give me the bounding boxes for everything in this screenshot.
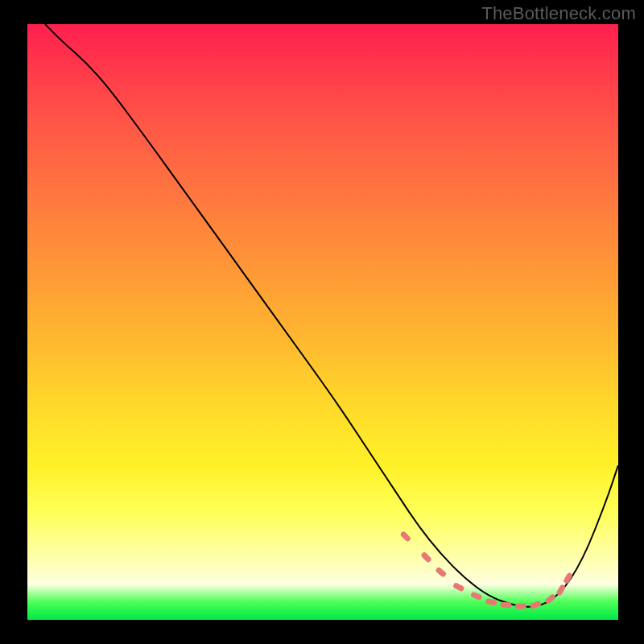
marker-dot [515, 603, 527, 609]
optimal-zone-markers [399, 530, 573, 609]
bottleneck-curve [45, 24, 618, 607]
marker-dot [420, 551, 432, 564]
marker-dot [399, 530, 411, 543]
marker-dot [500, 601, 512, 608]
watermark-text: TheBottleneck.com [481, 3, 636, 24]
marker-dot [529, 601, 542, 610]
marker-dot [452, 582, 465, 592]
chart-frame: TheBottleneck.com [0, 0, 644, 644]
chart-svg [27, 24, 618, 620]
marker-dot [470, 592, 483, 601]
plot-area [27, 24, 618, 620]
marker-dot [435, 567, 447, 578]
